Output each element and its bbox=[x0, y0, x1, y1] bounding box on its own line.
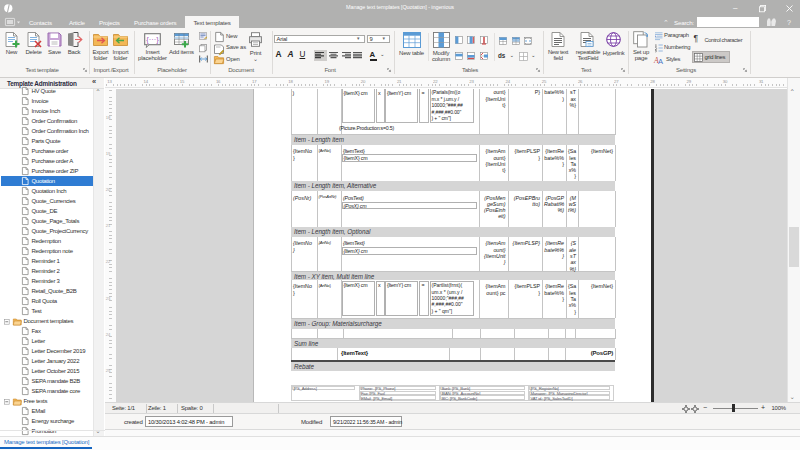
svg-text:A: A bbox=[658, 56, 663, 65]
svg-text:{···}: {···} bbox=[146, 35, 159, 44]
